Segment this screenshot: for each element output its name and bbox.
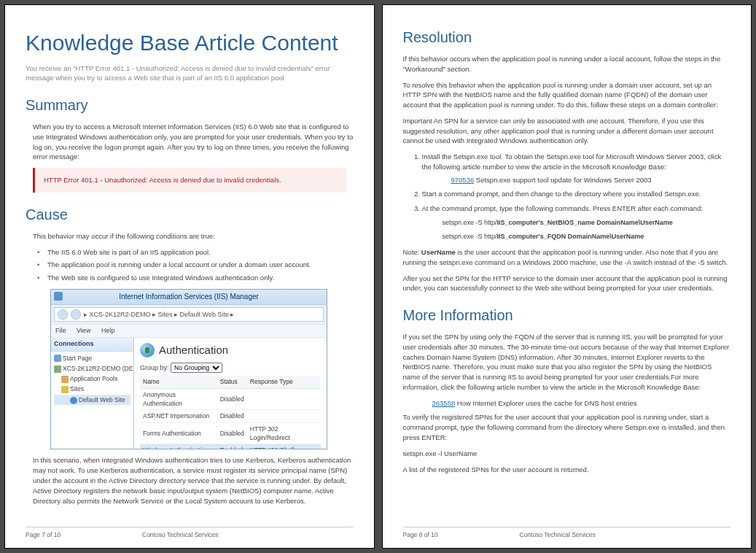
command-1: setspn.exe -S http/IIS_computer's_NetBIO…	[443, 218, 731, 228]
moreinfo-p1: If you set the SPN by using only the FQD…	[403, 332, 731, 392]
globe-icon	[70, 397, 77, 404]
resolution-heading: Resolution	[403, 27, 731, 48]
iis-tree: Connections Start Page XCS-2K12R2-DEMO (…	[51, 338, 134, 449]
resolution-p3: Important An SPN for a service can only …	[403, 116, 731, 146]
folder-icon	[61, 386, 69, 393]
tree-default-site: Default Web Site	[54, 395, 130, 405]
command-2: setspn.exe -S http/IIS_computer's_FQDN D…	[443, 232, 731, 241]
cause-item: The Web site is configured to use Integr…	[37, 273, 354, 283]
tree-app-pools: Application Pools	[54, 374, 130, 384]
article-subtitle: You receive an "HTTP Error 401.1 - Unaut…	[26, 63, 354, 84]
menu-file: File	[55, 327, 66, 334]
footer-company: Contoso Technical Services	[520, 530, 596, 539]
table-row: ASP.NET ImpersonationDisabled	[140, 410, 321, 422]
iis-icon	[54, 292, 63, 301]
iis-breadcrumb: ▸ XCS-2K12R2-DEMO ▸ Sites ▸ Default Web …	[84, 310, 320, 320]
group-by-label: Group by:	[140, 364, 169, 371]
step-3: At the command prompt, type the followin…	[422, 204, 731, 241]
pool-icon	[61, 376, 69, 383]
nav-back-icon	[58, 309, 68, 320]
iis-content-pane: Authentication Group by: No Grouping Nam…	[134, 338, 327, 449]
auth-title: Authentication	[159, 342, 228, 358]
footer-company: Contoso Technical Services	[142, 530, 218, 539]
table-row: Windows AuthenticationEnabledHTTP 401 Ch…	[140, 444, 321, 449]
table-row: Forms AuthenticationDisabledHTTP 302 Log…	[140, 422, 321, 444]
page-8: Resolution If this behavior occurs when …	[382, 4, 752, 549]
tree-sites: Sites	[54, 384, 130, 394]
col-name: Name	[140, 376, 217, 388]
moreinfo-p2: To verify the registered SPNs for the us…	[403, 412, 731, 442]
iis-menu: File View Help	[51, 324, 327, 338]
step-2: Start a command prompt, and then change …	[422, 189, 731, 199]
resolution-p4: After you set the SPN for the HTTP servi…	[403, 274, 731, 294]
globe-icon	[140, 343, 155, 357]
cause-item: The IIS 6.0 Web site is part of an IIS a…	[37, 247, 354, 258]
cause-intro: This behavior may occur if the following…	[33, 231, 354, 241]
note: Note: UserName is the user account that …	[403, 247, 731, 268]
kb-link-263558[interactable]: 263558	[432, 399, 456, 407]
scenario-paragraph: In this scenario, when Integrated Window…	[33, 455, 354, 506]
menu-help: Help	[101, 327, 115, 334]
moreinfo-p3: A list of the registered SPNs for the us…	[403, 465, 731, 475]
article-title: Knowledge Base Article Content	[26, 27, 354, 59]
summary-heading: Summary	[26, 95, 354, 116]
col-response: Response Type	[247, 376, 321, 388]
error-callout: HTTP Error 401.1 - Unauthorized: Access …	[33, 168, 346, 193]
cause-heading: Cause	[26, 204, 354, 225]
tree-start-page: Start Page	[54, 353, 130, 363]
resolution-steps: Install the Setspn.exe tool. To obtain t…	[409, 152, 731, 241]
kb-link-text: Setspn.exe support tool update for Windo…	[474, 176, 651, 184]
footer-page-number: Page 7 of 10	[26, 530, 142, 539]
server-icon	[54, 366, 61, 373]
tree-server: XCS-2K12R2-DEMO (DEM	[54, 363, 130, 374]
summary-paragraph: When you try to access a Microsoft Inter…	[33, 122, 354, 162]
group-by-row: Group by: No Grouping	[140, 363, 321, 373]
menu-view: View	[77, 327, 90, 334]
resolution-p2: To resolve this behavior when the applic…	[403, 80, 731, 110]
resolution-p1: If this behavior occurs when the applica…	[403, 54, 731, 74]
page-7: Knowledge Base Article Content You recei…	[4, 4, 375, 549]
table-row: Anonymous AuthenticationDisabled	[140, 388, 321, 410]
page-footer: Page 7 of 10 Contoso Technical Services	[26, 527, 354, 539]
moreinfo-cmd: setspn.exe -l UserName	[403, 449, 731, 459]
footer-page-number: Page 8 of 10	[403, 530, 520, 539]
moreinfo-heading: More Information	[403, 305, 731, 326]
auth-table: Name Status Response Type Anonymous Auth…	[140, 376, 321, 449]
col-status: Status	[217, 376, 247, 388]
tree-header: Connections	[51, 338, 133, 351]
kb-link-970536[interactable]: 970536	[451, 176, 475, 184]
iis-title: Internet Information Services (IIS) Mana…	[119, 293, 259, 301]
cause-item: The application pool is running under a …	[37, 260, 354, 270]
page-footer: Page 8 of 10 Contoso Technical Services	[403, 527, 731, 539]
iis-address-bar: ▸ XCS-2K12R2-DEMO ▸ Sites ▸ Default Web …	[54, 307, 324, 322]
iis-titlebar: Internet Information Services (IIS) Mana…	[51, 290, 327, 306]
kb-link-text: How Internet Explorer uses the cache for…	[455, 399, 636, 407]
nav-fwd-icon	[71, 309, 81, 320]
group-by-select: No Grouping	[171, 363, 222, 373]
step-1: Install the Setspn.exe tool. To obtain t…	[422, 152, 731, 185]
cause-list: The IIS 6.0 Web site is part of an IIS a…	[37, 247, 354, 283]
home-icon	[54, 355, 61, 362]
iis-manager-screenshot: Internet Information Services (IIS) Mana…	[50, 289, 327, 450]
